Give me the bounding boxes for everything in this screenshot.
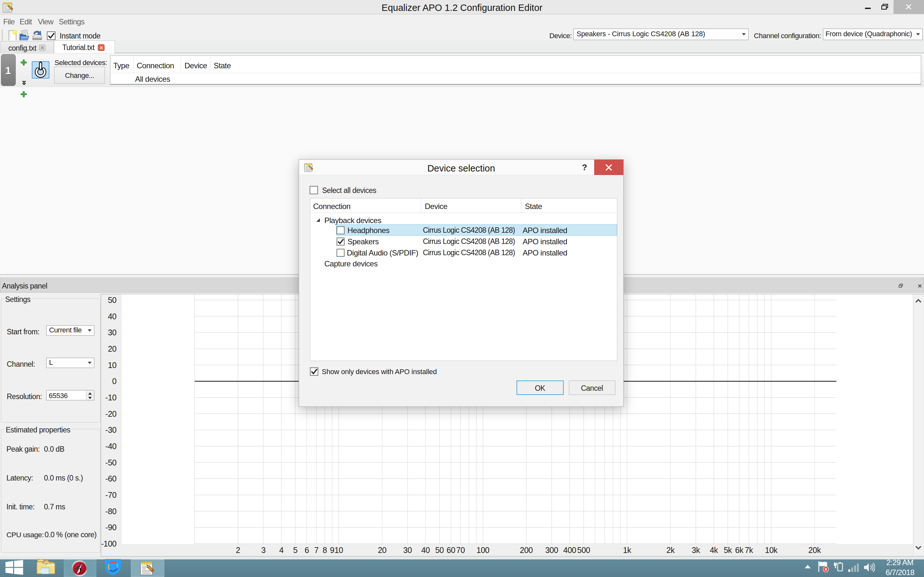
svg-text:-60: -60 <box>105 474 116 483</box>
svg-text:6k: 6k <box>735 546 743 554</box>
svg-text:30: 30 <box>108 328 116 337</box>
svg-text:-90: -90 <box>105 523 116 532</box>
svg-text:20: 20 <box>108 344 116 353</box>
svg-text:300: 300 <box>545 546 558 554</box>
svg-text:4k: 4k <box>710 546 718 554</box>
svg-text:40: 40 <box>421 546 430 554</box>
svg-text:9: 9 <box>330 546 334 554</box>
svg-text:3: 3 <box>261 546 265 554</box>
svg-text:-50: -50 <box>105 458 116 467</box>
svg-text:7: 7 <box>314 546 318 554</box>
svg-text:-70: -70 <box>105 490 116 500</box>
svg-text:70: 70 <box>456 546 465 554</box>
svg-text:5k: 5k <box>724 546 732 554</box>
svg-text:30: 30 <box>403 546 412 554</box>
svg-text:-100: -100 <box>101 539 116 548</box>
svg-text:8: 8 <box>323 546 327 554</box>
svg-text:10k: 10k <box>765 546 778 554</box>
svg-text:2k: 2k <box>666 546 675 554</box>
svg-text:100: 100 <box>477 546 489 554</box>
svg-text:50: 50 <box>108 295 116 305</box>
svg-text:7k: 7k <box>745 546 753 554</box>
svg-text:200: 200 <box>520 546 533 554</box>
svg-text:10: 10 <box>108 361 116 370</box>
svg-text:40: 40 <box>108 312 116 321</box>
svg-text:10: 10 <box>334 546 343 554</box>
svg-text:400: 400 <box>563 546 576 554</box>
svg-text:6: 6 <box>304 546 309 554</box>
svg-text:20: 20 <box>378 546 387 554</box>
svg-text:60: 60 <box>447 546 455 554</box>
svg-text:3k: 3k <box>692 546 700 554</box>
svg-text:-10: -10 <box>105 393 116 402</box>
svg-text:-80: -80 <box>105 507 116 516</box>
svg-text:500: 500 <box>577 546 590 554</box>
svg-text:-30: -30 <box>105 425 116 434</box>
svg-text:2: 2 <box>236 546 240 554</box>
svg-text:-20: -20 <box>105 409 116 418</box>
svg-text:4: 4 <box>279 546 284 554</box>
svg-text:1k: 1k <box>623 546 632 554</box>
svg-text:-40: -40 <box>105 442 116 451</box>
svg-text:20k: 20k <box>809 546 821 554</box>
svg-text:5: 5 <box>293 546 297 554</box>
svg-text:0: 0 <box>112 377 116 386</box>
svg-text:50: 50 <box>435 546 444 554</box>
